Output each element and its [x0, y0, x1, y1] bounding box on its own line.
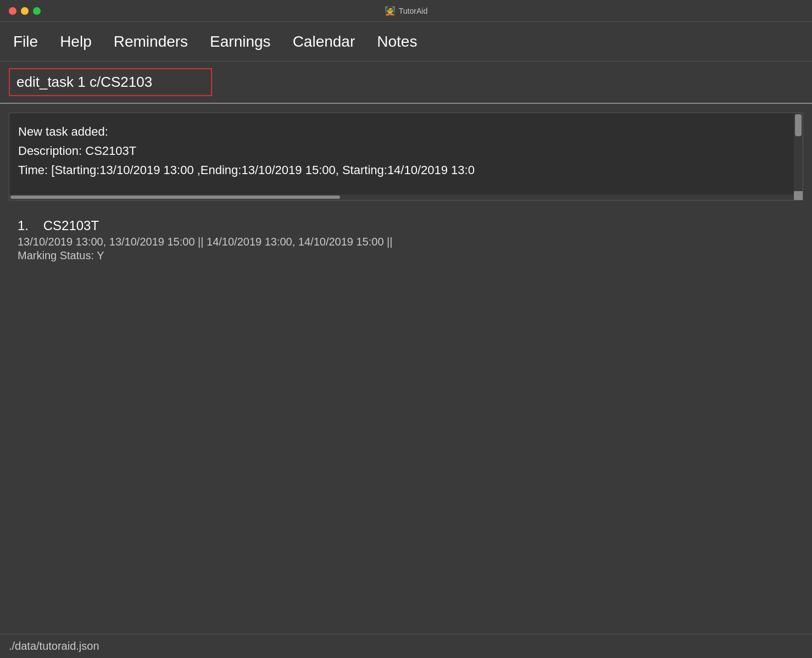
task-title: 1. CS2103T: [18, 218, 794, 233]
status-bar: ./data/tutoraid.json: [0, 634, 812, 658]
command-input[interactable]: [9, 68, 212, 96]
menu-earnings[interactable]: Earnings: [210, 33, 271, 51]
menu-calendar[interactable]: Calendar: [293, 33, 355, 51]
horizontal-thumb[interactable]: [10, 196, 340, 199]
minimize-button[interactable]: [21, 7, 29, 15]
task-times: 13/10/2019 13:00, 13/10/2019 15:00 || 14…: [18, 236, 794, 248]
menu-notes[interactable]: Notes: [377, 33, 417, 51]
app-title-container: 🧑‍🏫 TutorAid: [385, 5, 427, 16]
menu-bar: File Help Reminders Earnings Calendar No…: [0, 22, 812, 62]
app-title: TutorAid: [399, 7, 427, 15]
vertical-scrollbar[interactable]: [794, 113, 803, 200]
maximize-button[interactable]: [33, 7, 41, 15]
output-panel: New task added: Description: CS2103T Tim…: [9, 113, 803, 200]
menu-help[interactable]: Help: [60, 33, 92, 51]
task-description: CS2103T: [43, 218, 99, 233]
output-line-2: Description: CS2103T: [18, 141, 783, 160]
output-text: New task added: Description: CS2103T Tim…: [18, 122, 794, 180]
window-controls: [9, 7, 41, 15]
scrollbar-bottom-btn[interactable]: [794, 191, 803, 200]
status-path: ./data/tutoraid.json: [9, 640, 99, 653]
task-index: 1.: [18, 218, 29, 233]
app-icon: 🧑‍🏫: [385, 5, 396, 16]
output-line-1: New task added:: [18, 122, 783, 141]
menu-file[interactable]: File: [13, 33, 38, 51]
close-button[interactable]: [9, 7, 16, 15]
output-line-3: Time: [Starting:13/10/2019 13:00 ,Ending…: [18, 160, 783, 180]
task-item: 1. CS2103T 13/10/2019 13:00, 13/10/2019 …: [18, 218, 794, 262]
scrollbar-thumb[interactable]: [795, 114, 802, 136]
command-area: [0, 62, 812, 104]
title-bar: 🧑‍🏫 TutorAid: [0, 0, 812, 22]
task-list-area: 1. CS2103T 13/10/2019 13:00, 13/10/2019 …: [9, 209, 803, 275]
task-marking-status: Marking Status: Y: [18, 249, 794, 262]
horizontal-scrollbar[interactable]: [9, 194, 794, 200]
menu-reminders[interactable]: Reminders: [114, 33, 188, 51]
